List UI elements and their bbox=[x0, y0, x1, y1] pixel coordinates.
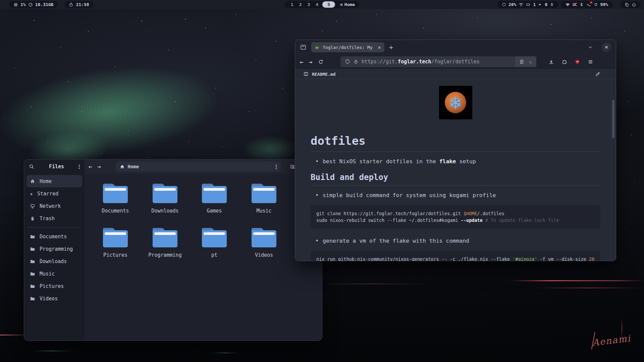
downloads-icon[interactable] bbox=[548, 59, 554, 65]
code-line: nix run github:nix-community/nixos-gener… bbox=[316, 256, 595, 261]
bullet-dot: • bbox=[315, 238, 319, 244]
battery-device-icon bbox=[526, 2, 531, 7]
edit-pencil-icon[interactable] bbox=[595, 71, 600, 77]
network-tray-icon[interactable] bbox=[565, 2, 570, 7]
readme-bullet: • generate a vm of the flake with this c… bbox=[311, 238, 600, 244]
bookmark-star-icon[interactable]: ☆ bbox=[529, 59, 532, 65]
kebab-menu-icon[interactable] bbox=[79, 166, 80, 167]
wifi-icon bbox=[519, 2, 524, 7]
lock-icon[interactable] bbox=[354, 59, 358, 64]
files-sidebar: Files Home ★ Starred Network bbox=[24, 160, 85, 341]
folder-downloads[interactable]: Downloads bbox=[145, 184, 185, 214]
folder-games[interactable]: Games bbox=[194, 184, 234, 214]
reader-mode-icon[interactable] bbox=[519, 59, 524, 64]
window-close-button[interactable]: × bbox=[602, 43, 611, 52]
folder-icon bbox=[202, 228, 227, 247]
tab-list-chevron-icon[interactable] bbox=[588, 45, 593, 50]
keyboard-layout-indicator[interactable]: UC bbox=[573, 2, 577, 7]
app-title: Files bbox=[38, 164, 75, 170]
battery-device-count: 1 bbox=[533, 2, 536, 7]
sidebar-item-documents[interactable]: Documents bbox=[26, 230, 82, 243]
extensions-puzzle-icon[interactable] bbox=[561, 59, 567, 65]
clipboard-icon[interactable] bbox=[625, 2, 629, 7]
folder-programming[interactable]: Programming bbox=[145, 228, 185, 258]
app-tray-icon[interactable] bbox=[586, 2, 591, 7]
path-menu-icon[interactable] bbox=[276, 166, 277, 167]
sidebar-item-network[interactable]: Network bbox=[26, 200, 82, 212]
ublock-origin-icon[interactable]: UO bbox=[575, 59, 580, 65]
tray-pill: UC 99% bbox=[561, 1, 612, 8]
sidebar-item-programming[interactable]: Programming bbox=[26, 243, 82, 255]
folder-music[interactable]: Music bbox=[244, 184, 284, 214]
reload-icon[interactable] bbox=[318, 59, 324, 65]
folder-documents[interactable]: Documents bbox=[95, 184, 136, 214]
workspace-4[interactable]: 4 bbox=[314, 2, 320, 7]
tracking-shield-icon[interactable] bbox=[345, 59, 350, 64]
readme-bullet: • simple build command for system using … bbox=[311, 192, 600, 198]
forward-button[interactable]: → bbox=[97, 163, 101, 170]
files-main: ← → Home Documents Downloads bbox=[85, 160, 322, 341]
nav-back-icon[interactable]: ← bbox=[300, 58, 304, 65]
power-icon[interactable] bbox=[632, 2, 636, 7]
search-icon[interactable] bbox=[29, 164, 34, 169]
files-toolbar: ← → Home bbox=[85, 160, 322, 174]
folder-icon bbox=[30, 296, 35, 301]
sidebar-item-label: Programming bbox=[40, 246, 73, 252]
workspace-5-active[interactable]: 5 bbox=[322, 1, 335, 8]
readme-heading: dotfiles bbox=[311, 134, 600, 152]
breadcrumb[interactable]: Home bbox=[116, 162, 281, 172]
workspace-2[interactable]: 2 bbox=[298, 2, 304, 7]
sidebar-item-label: Starred bbox=[37, 191, 58, 197]
sidebar-item-downloads[interactable]: Downloads bbox=[26, 255, 82, 267]
breadcrumb-label: Home bbox=[128, 164, 139, 169]
new-tab-button[interactable]: + bbox=[389, 43, 393, 51]
files-sidebar-header: Files bbox=[24, 160, 85, 174]
status-bar: 1% 10.31GB 21:58 1 2 3 4 5 ⚙ Home bbox=[0, 0, 644, 9]
bullet-text: generate a vm of the flake with this com… bbox=[323, 238, 469, 244]
scrollbar-thumb[interactable] bbox=[612, 100, 614, 138]
bullet-text: simple build command for system using ko… bbox=[323, 192, 496, 198]
code-block-build[interactable]: git clone https://git.foglar.tech/foglar… bbox=[311, 205, 600, 229]
firefox-view-icon[interactable] bbox=[300, 44, 307, 51]
sidebar-item-music[interactable]: Music bbox=[26, 267, 82, 280]
sidebar-item-label: Network bbox=[40, 203, 61, 209]
teal-light-streak bbox=[211, 353, 238, 353]
sidebar-item-videos[interactable]: Videos bbox=[26, 292, 82, 305]
browser-content: README.md ❄ dotfiles • best NixOS starte… bbox=[295, 69, 616, 261]
memory-usage: 10.31GB bbox=[35, 2, 54, 7]
tab-close-icon[interactable]: × bbox=[378, 44, 381, 51]
mode-label: Home bbox=[344, 2, 355, 7]
folder-label: Pictures bbox=[103, 252, 127, 258]
back-button[interactable]: ← bbox=[89, 163, 92, 170]
notification-dot bbox=[590, 1, 592, 4]
folder-icon bbox=[30, 284, 35, 289]
sidebar-item-home[interactable]: Home bbox=[26, 175, 82, 187]
session-pill bbox=[620, 1, 641, 8]
folder-pt[interactable]: pt bbox=[194, 228, 234, 258]
teal-light-streak bbox=[32, 351, 72, 351]
sidebar-divider bbox=[28, 227, 81, 228]
url-bar[interactable]: https://git.foglar.tech/foglar/dotfiles … bbox=[340, 56, 536, 67]
workspace-3[interactable]: 3 bbox=[306, 2, 312, 7]
sidebar-item-trash[interactable]: Trash bbox=[26, 212, 82, 225]
page-actions: ☆ bbox=[515, 56, 536, 67]
cpu-icon bbox=[13, 2, 18, 7]
code-block-vm[interactable]: nix run github:nix-community/nixos-gener… bbox=[311, 251, 600, 261]
svg-text:UO: UO bbox=[576, 61, 578, 63]
clock-time: 21:58 bbox=[76, 2, 89, 7]
folder-icon bbox=[153, 228, 177, 247]
folder-icon bbox=[30, 234, 35, 239]
folder-pictures[interactable]: Pictures bbox=[95, 228, 136, 258]
folder-videos[interactable]: Videos bbox=[244, 228, 284, 258]
nav-forward-icon[interactable]: → bbox=[309, 58, 313, 65]
nix-snowflake-icon: ❄ bbox=[450, 93, 461, 112]
clock-pill: 21:58 bbox=[64, 1, 93, 8]
tab-foglar-dotfiles[interactable]: foglar/dotfiles: My × bbox=[311, 42, 384, 52]
sidebar-item-starred[interactable]: ★ Starred bbox=[26, 187, 82, 200]
workspace-1[interactable]: 1 bbox=[289, 2, 295, 7]
bluetooth-icon[interactable] bbox=[579, 2, 584, 7]
hamburger-menu-icon[interactable] bbox=[588, 59, 593, 65]
sidebar-item-pictures[interactable]: Pictures bbox=[26, 280, 82, 292]
folder-icon bbox=[30, 246, 35, 252]
mode-indicator: ⚙ Home bbox=[340, 2, 355, 7]
